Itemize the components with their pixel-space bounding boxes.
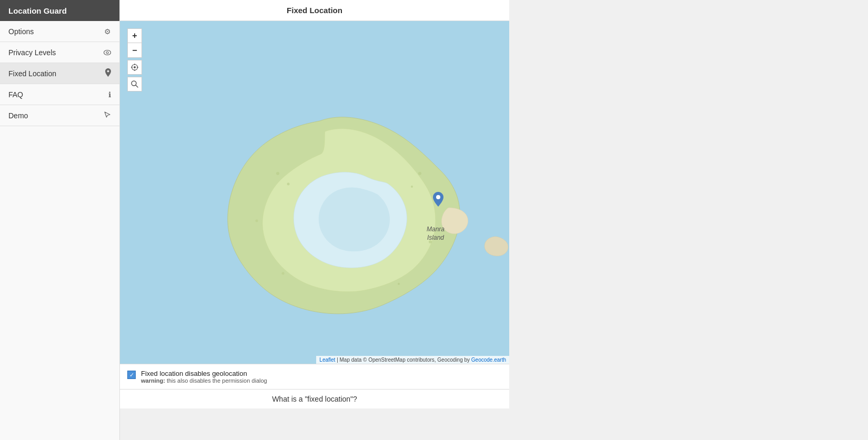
main-content: Fixed Location + − [120,0,868,440]
sidebar-item-faq[interactable]: FAQ ℹ [0,84,119,105]
locate-button[interactable] [127,60,142,75]
map-svg: Manra Island [120,21,509,364]
leaflet-link[interactable]: Leaflet [319,357,335,363]
zoom-in-button[interactable]: + [127,28,142,43]
map-attribution: Leaflet | Map data © OpenStreetMap contr… [316,356,509,364]
pin-icon [105,68,111,78]
info-text: Fixed location disables geolocation warn… [141,370,267,384]
svg-text:Island: Island [427,234,444,241]
question-bar[interactable]: What is a "fixed location"? [120,389,509,408]
svg-point-18 [398,283,400,285]
svg-point-13 [418,172,421,175]
svg-point-14 [411,186,413,188]
svg-point-0 [104,50,111,55]
map-controls: + − [127,28,142,91]
options-icon: ⚙ [104,27,111,36]
page-title: Fixed Location [120,0,509,21]
svg-point-15 [256,220,258,222]
sidebar-item-privacy-levels[interactable]: Privacy Levels [0,42,119,63]
zoom-out-button[interactable]: − [127,43,142,58]
search-button[interactable] [127,77,142,91]
svg-line-9 [136,85,138,87]
island-label: Manra [427,226,445,233]
svg-point-11 [276,172,279,175]
app-title: Location Guard [0,0,119,21]
eye-icon [104,48,111,57]
info-bar: ✓ Fixed location disables geolocation wa… [120,364,509,389]
navigation-icon [104,111,111,120]
svg-point-3 [134,66,136,68]
info-icon: ℹ [108,90,111,99]
svg-point-17 [282,272,285,275]
svg-point-20 [436,195,440,199]
svg-point-1 [106,52,108,54]
sidebar: Location Guard Options ⚙ Privacy Levels … [0,0,120,440]
sidebar-item-options[interactable]: Options ⚙ [0,21,119,42]
map-container: Fixed Location + − [120,0,509,408]
svg-point-12 [287,183,290,186]
geocode-link[interactable]: Geocode.earth [471,357,506,363]
sidebar-item-demo[interactable]: Demo [0,105,119,126]
sidebar-item-fixed-location[interactable]: Fixed Location [0,63,119,84]
map[interactable]: + − [120,21,509,364]
right-panel [120,408,868,440]
checkbox[interactable]: ✓ [127,371,136,379]
